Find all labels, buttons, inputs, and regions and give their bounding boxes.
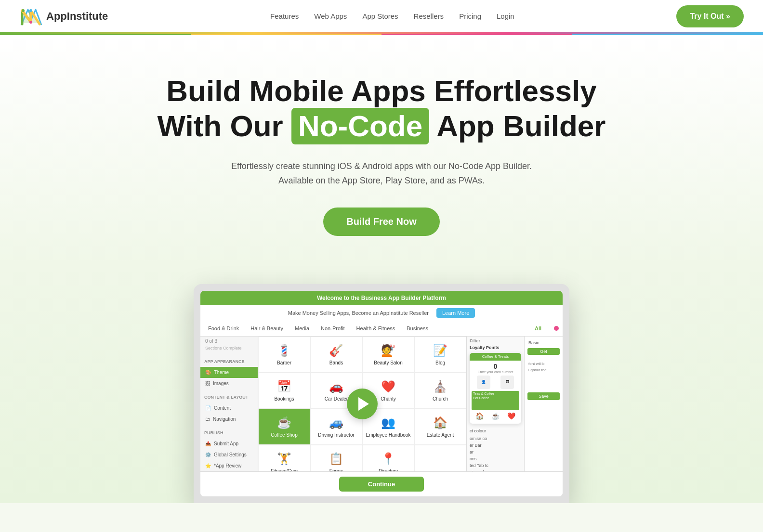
grid-item-forms[interactable]: 📋 Forms (310, 445, 362, 471)
hero-title-line2-after: App Builder (436, 109, 605, 143)
play-button[interactable] (347, 389, 378, 419)
employee-icon: 👥 (381, 416, 395, 429)
theme-icon: 🎨 (205, 370, 211, 375)
svg-point-4 (29, 9, 32, 12)
tab-all[interactable]: All (529, 321, 547, 336)
hero-title-line2-before: With Our (158, 109, 283, 143)
grid-item-beauty-salon[interactable]: 💇 Beauty Salon (362, 337, 414, 373)
review-icon: ⭐ (205, 463, 211, 468)
tab-business[interactable]: Business (401, 321, 434, 336)
dashboard-bottom-bar: Continue (200, 471, 563, 496)
forms-icon: 📋 (329, 452, 343, 466)
hero-title: Build Mobile Apps Effortlessly With Our … (19, 74, 744, 144)
nav-pricing[interactable]: Pricing (459, 12, 481, 20)
sidebar-item-images[interactable]: 🖼 Images (200, 378, 258, 389)
dashboard-sidebar: 0 of 3 Sections Complete App Appearance … (200, 337, 258, 471)
grid-item-church[interactable]: ⛪ Church (414, 373, 466, 409)
hero-subtitle: Effortlessly create stunning iOS & Andro… (19, 159, 744, 188)
nav-web-apps[interactable]: Web Apps (314, 12, 347, 20)
fitness-icon: 🏋️ (277, 452, 291, 466)
charity-icon: ❤️ (381, 380, 395, 393)
try-it-out-button[interactable]: Try It Out » (676, 5, 744, 27)
navigation-icon: 🗂 (205, 416, 210, 422)
svg-point-3 (29, 21, 32, 24)
grid-item-coffee-shop[interactable]: ☕ Coffee Shop (258, 409, 310, 445)
save-button[interactable]: Save (527, 392, 560, 400)
logo-text: AppInstitute (46, 10, 108, 23)
dashboard-inner: Welcome to the Business App Builder Plat… (200, 291, 563, 496)
far-right-panel: Basic Get font will b ughout the Save (524, 337, 563, 471)
nav-resellers[interactable]: Resellers (414, 12, 444, 20)
car-dealer-icon: 🚗 (329, 380, 343, 393)
grid-item-directory[interactable]: 📍 Directory (362, 445, 414, 471)
grid-item-estate-agent[interactable]: 🏠 Estate Agent (414, 409, 466, 445)
tab-health-fitness[interactable]: Health & Fitness (351, 321, 401, 336)
barber-icon: 💈 (277, 344, 291, 357)
svg-point-2 (22, 9, 25, 12)
nav-app-stores[interactable]: App Stores (362, 12, 398, 20)
tab-hair-beauty[interactable]: Hair & Beauty (245, 321, 289, 336)
preview-section: Welcome to the Business App Builder Plat… (0, 265, 763, 503)
learn-more-button[interactable]: Learn More (436, 308, 475, 318)
dashboard-topbar: Welcome to the Business App Builder Plat… (200, 291, 563, 305)
content-icon: 📄 (205, 405, 211, 411)
nav: Features Web Apps App Stores Resellers P… (270, 12, 514, 20)
settings-icon: ⚙️ (205, 452, 211, 457)
sidebar-item-app-review[interactable]: ⭐ *App Review (200, 460, 258, 471)
get-button[interactable]: Get (527, 348, 560, 355)
images-icon: 🖼 (205, 381, 210, 386)
sidebar-section-app-appearance: App Appearance (200, 356, 258, 367)
logo[interactable]: AppInstitute (19, 5, 108, 28)
blog-icon: 📝 (433, 344, 447, 357)
dashboard-topbar-sub-text: Make Money Selling Apps, Become an AppIn… (288, 310, 429, 316)
sidebar-counter: 0 of 3 (200, 337, 258, 346)
sidebar-item-theme[interactable]: 🎨 Theme (200, 367, 258, 378)
bookings-icon: 📅 (277, 380, 291, 393)
grid-item-barber[interactable]: 💈 Barber (258, 337, 310, 373)
build-free-now-button[interactable]: Build Free Now (323, 208, 440, 236)
header: AppInstitute Features Web Apps App Store… (0, 0, 763, 35)
continue-button[interactable]: Continue (339, 477, 424, 492)
tab-non-profit[interactable]: Non-Profit (315, 321, 351, 336)
mini-phone-preview: Coffee & Treats 0 Enter your card number… (470, 353, 521, 424)
template-grid-area: 💈 Barber 🎸 Bands 💇 Beauty Salon 📝 (258, 337, 466, 471)
grid-item-bands[interactable]: 🎸 Bands (310, 337, 362, 373)
driving-icon: 🚙 (329, 416, 343, 429)
beauty-salon-icon: 💇 (381, 344, 395, 357)
tab-media[interactable]: Media (289, 321, 315, 336)
grid-item-blog[interactable]: 📝 Blog (414, 337, 466, 373)
dashboard-content: 0 of 3 Sections Complete App Appearance … (200, 337, 563, 471)
category-tabs: Food & Drink Hair & Beauty Media Non-Pro… (200, 321, 563, 337)
grid-item-fitness-gym[interactable]: 🏋️ Fitness/Gym (258, 445, 310, 471)
sidebar-item-global-settings[interactable]: ⚙️ Global Settings (200, 449, 258, 460)
grid-item-bookings[interactable]: 📅 Bookings (258, 373, 310, 409)
bands-icon: 🎸 (329, 344, 343, 357)
nav-features[interactable]: Features (270, 12, 299, 20)
hero-section: Build Mobile Apps Effortlessly With Our … (0, 35, 763, 265)
sidebar-item-navigation[interactable]: 🗂 Navigation (200, 414, 258, 425)
church-icon: ⛪ (433, 380, 447, 393)
dashboard-frame: Welcome to the Business App Builder Plat… (194, 284, 569, 503)
grid-item-empty (414, 445, 466, 471)
hero-title-line1: Build Mobile Apps Effortlessly (166, 74, 596, 107)
coffee-shop-icon: ☕ (277, 416, 291, 429)
play-triangle-icon (358, 397, 369, 411)
submit-icon: 📤 (205, 441, 211, 446)
phone-preview-panel: Filter Loyalty Points Coffee & Treats 0 … (466, 337, 524, 471)
sidebar-item-content[interactable]: 📄 Content (200, 402, 258, 414)
tab-food-drink[interactable]: Food & Drink (202, 321, 245, 336)
play-overlay (347, 389, 378, 419)
estate-icon: 🏠 (433, 416, 447, 429)
nav-login[interactable]: Login (497, 12, 514, 20)
hero-title-highlight: No-Code (291, 108, 429, 144)
sidebar-section-publish: Publish (200, 428, 258, 438)
sidebar-item-submit-app[interactable]: 📤 Submit App (200, 438, 258, 449)
directory-icon: 📍 (381, 452, 395, 466)
sidebar-section-content-layout: Content & Layout (200, 392, 258, 402)
